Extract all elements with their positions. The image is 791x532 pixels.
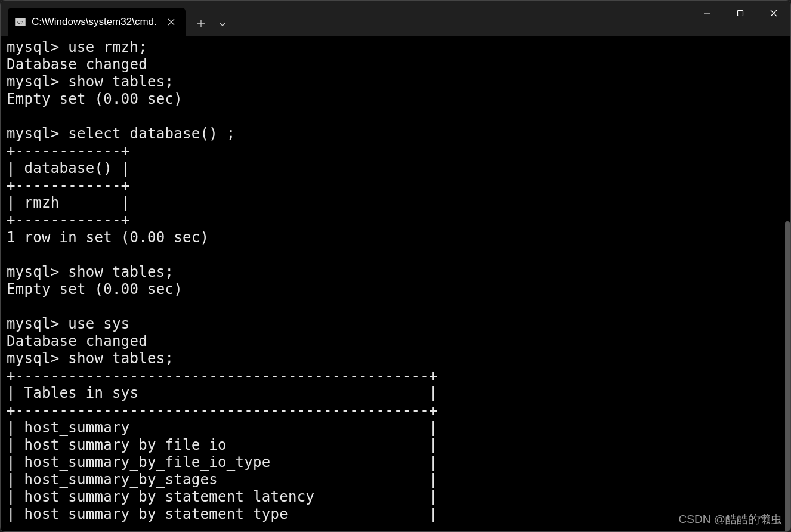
close-window-button[interactable]: [757, 1, 790, 26]
terminal-text: mysql> use rmzh; Database changed mysql>…: [7, 39, 438, 522]
watermark-text: CSDN @酷酷的懒虫: [679, 511, 782, 528]
maximize-button[interactable]: [724, 1, 757, 26]
maximize-icon: [737, 10, 744, 17]
close-icon: [168, 18, 175, 26]
new-tab-button[interactable]: [190, 13, 212, 35]
tab-active[interactable]: C:\ C:\Windows\system32\cmd.e: [8, 8, 186, 36]
plus-icon: [197, 20, 205, 28]
scrollbar-thumb[interactable]: [785, 221, 790, 531]
tab-title: C:\Windows\system32\cmd.e: [32, 16, 157, 28]
terminal-window: C:\ C:\Windows\system32\cmd.e: [0, 0, 791, 532]
tab-strip: C:\ C:\Windows\system32\cmd.e: [1, 1, 233, 36]
tab-dropdown-button[interactable]: [212, 13, 233, 35]
tab-close-button[interactable]: [163, 14, 180, 30]
window-controls: [690, 1, 790, 26]
minimize-icon: [703, 10, 710, 17]
minimize-button[interactable]: [690, 1, 724, 26]
titlebar[interactable]: C:\ C:\Windows\system32\cmd.e: [1, 1, 790, 36]
terminal-output[interactable]: mysql> use rmzh; Database changed mysql>…: [1, 36, 790, 531]
close-icon: [770, 10, 777, 17]
chevron-down-icon: [218, 20, 227, 28]
cmd-icon: C:\: [15, 18, 26, 26]
svg-rect-0: [738, 11, 743, 16]
